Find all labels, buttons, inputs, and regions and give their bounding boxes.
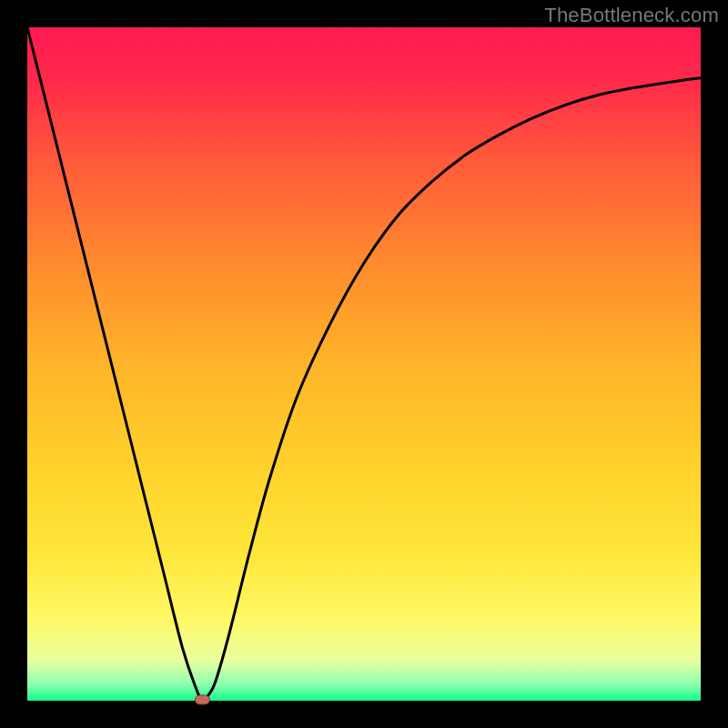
bottleneck-chart — [0, 0, 728, 728]
plot-area — [27, 27, 701, 701]
chart-container: TheBottleneck.com — [0, 0, 728, 728]
optimal-point-marker — [195, 695, 209, 704]
watermark-text: TheBottleneck.com — [544, 4, 719, 27]
